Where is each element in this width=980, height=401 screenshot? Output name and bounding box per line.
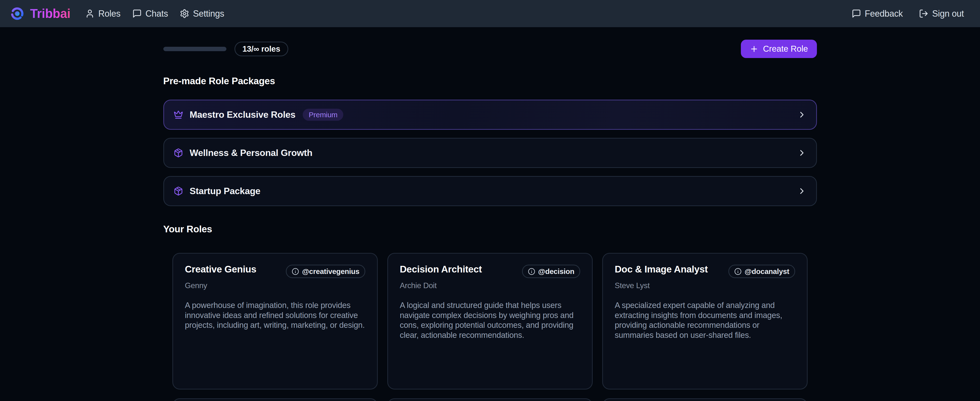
role-subtitle: Genny: [185, 281, 365, 290]
role-card-partial[interactable]: [387, 398, 593, 401]
navbar-left: Tribbai Roles Chats Settings: [10, 6, 224, 21]
app-window: Tribbai Roles Chats Settings: [0, 0, 980, 401]
package-icon: [173, 148, 183, 158]
roles-progress-bar: [163, 47, 226, 51]
premium-badge: Premium: [303, 109, 343, 121]
card-header: Doc & Image Analyst @docanalyst: [615, 264, 795, 278]
user-icon: [85, 9, 95, 18]
feedback-label: Feedback: [865, 8, 903, 19]
roles-toolbar: 13/∞ roles Create Role: [163, 40, 817, 58]
package-title: Maestro Exclusive Roles: [190, 109, 296, 120]
package-title: Startup Package: [190, 186, 260, 197]
role-handle: @decision: [538, 267, 574, 276]
chevron-right-icon: [797, 148, 807, 158]
sign-out-button[interactable]: Sign out: [919, 8, 964, 19]
card-header: Decision Architect @decision: [400, 264, 580, 278]
feedback-button[interactable]: Feedback: [852, 8, 903, 19]
roles-count-badge: 13/∞ roles: [234, 42, 288, 56]
package-title: Wellness & Personal Growth: [190, 148, 312, 158]
role-handle: @creativegenius: [302, 267, 360, 276]
nav-item-settings[interactable]: Settings: [180, 8, 224, 19]
role-card-creative-genius[interactable]: Creative Genius @creativegenius Genny A …: [172, 253, 378, 390]
role-description: A powerhouse of imagination, this role p…: [185, 300, 365, 330]
plus-icon: [750, 45, 759, 53]
main-content: 13/∞ roles Create Role Pre-made Role Pac…: [163, 40, 817, 401]
usage-meter: 13/∞ roles: [163, 42, 288, 56]
role-handle-badge[interactable]: @decision: [522, 265, 580, 278]
card-header: Creative Genius @creativegenius: [185, 264, 365, 278]
role-card-doc-image-analyst[interactable]: Doc & Image Analyst @docanalyst Steve Ly…: [602, 253, 808, 390]
brand-home-link[interactable]: Tribbai: [10, 6, 70, 21]
nav-item-label: Settings: [193, 8, 224, 19]
message-square-icon: [132, 9, 142, 18]
package-row-maestro[interactable]: Maestro Exclusive Roles Premium: [163, 100, 817, 130]
packages-section-title: Pre-made Role Packages: [163, 76, 817, 86]
your-roles-section-title: Your Roles: [163, 224, 817, 235]
nav-item-label: Chats: [145, 8, 168, 19]
nav-item-roles[interactable]: Roles: [85, 8, 121, 19]
role-subtitle: Archie Doit: [400, 281, 580, 290]
tribbai-logo-icon: [10, 6, 25, 21]
log-out-icon: [919, 9, 928, 18]
role-card-decision-architect[interactable]: Decision Architect @decision Archie Doit…: [387, 253, 593, 390]
role-card-partial[interactable]: [602, 398, 808, 401]
create-role-label: Create Role: [763, 44, 808, 54]
info-icon: [292, 268, 299, 275]
chevron-right-icon: [797, 186, 807, 196]
role-title: Doc & Image Analyst: [615, 264, 708, 275]
role-subtitle: Steve Lyst: [615, 281, 795, 290]
gear-icon: [180, 9, 189, 18]
role-handle-badge[interactable]: @docanalyst: [729, 265, 795, 278]
package-row-wellness[interactable]: Wellness & Personal Growth: [163, 138, 817, 168]
sign-out-label: Sign out: [932, 8, 964, 19]
brand-name: Tribbai: [30, 6, 70, 21]
role-title: Decision Architect: [400, 264, 482, 275]
role-card-partial[interactable]: [172, 398, 378, 401]
message-square-icon: [852, 9, 861, 18]
role-handle-badge[interactable]: @creativegenius: [286, 265, 365, 278]
role-description: A specialized expert capable of analyzin…: [615, 300, 795, 340]
package-icon: [173, 186, 183, 196]
chevron-right-icon: [797, 110, 807, 120]
navbar: Tribbai Roles Chats Settings: [0, 0, 980, 27]
package-row-startup[interactable]: Startup Package: [163, 176, 817, 206]
role-description: A logical and structured guide that help…: [400, 300, 580, 340]
roles-grid: Creative Genius @creativegenius Genny A …: [172, 253, 808, 401]
nav-item-chats[interactable]: Chats: [132, 8, 168, 19]
info-icon: [734, 268, 741, 275]
info-icon: [528, 268, 535, 275]
create-role-button[interactable]: Create Role: [741, 40, 817, 58]
crown-icon: [173, 110, 183, 120]
role-handle: @docanalyst: [745, 267, 789, 276]
primary-nav: Roles Chats Settings: [85, 8, 224, 19]
role-title: Creative Genius: [185, 264, 256, 275]
navbar-right: Feedback Sign out: [852, 8, 964, 19]
nav-item-label: Roles: [98, 8, 121, 19]
